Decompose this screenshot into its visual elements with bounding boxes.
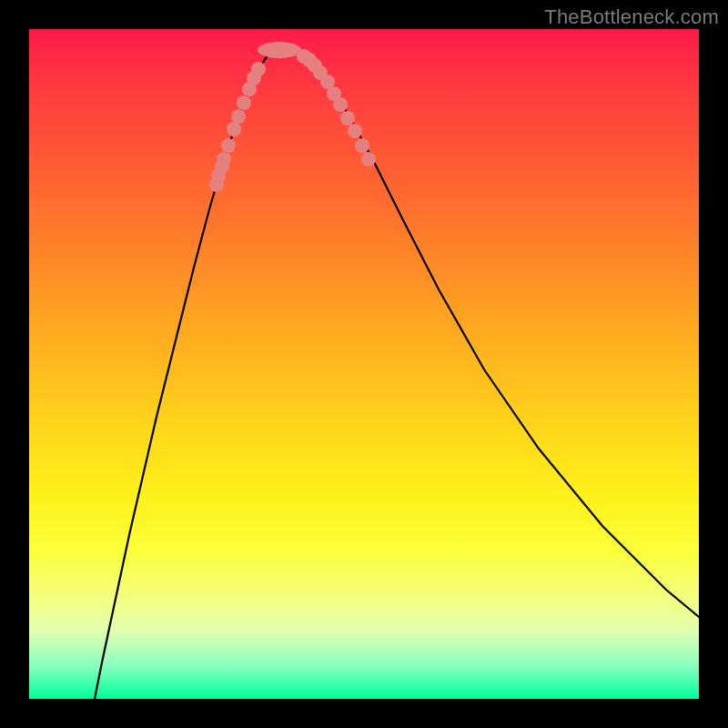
chart-plot-area [29, 29, 699, 699]
data-marker-minimum [258, 42, 301, 58]
data-marker [361, 152, 376, 167]
data-marker [348, 124, 362, 138]
data-marker [221, 138, 236, 153]
data-marker [237, 96, 251, 110]
watermark-text: TheBottleneck.com [544, 5, 719, 29]
data-marker [217, 152, 231, 167]
data-marker [251, 62, 266, 76]
chart-svg [29, 29, 699, 699]
data-marker [340, 111, 355, 126]
data-marker [231, 109, 246, 124]
data-marker [227, 122, 241, 136]
bottleneck-curve [91, 49, 699, 717]
data-markers [209, 42, 376, 192]
data-marker [355, 138, 369, 153]
data-marker [333, 97, 348, 112]
